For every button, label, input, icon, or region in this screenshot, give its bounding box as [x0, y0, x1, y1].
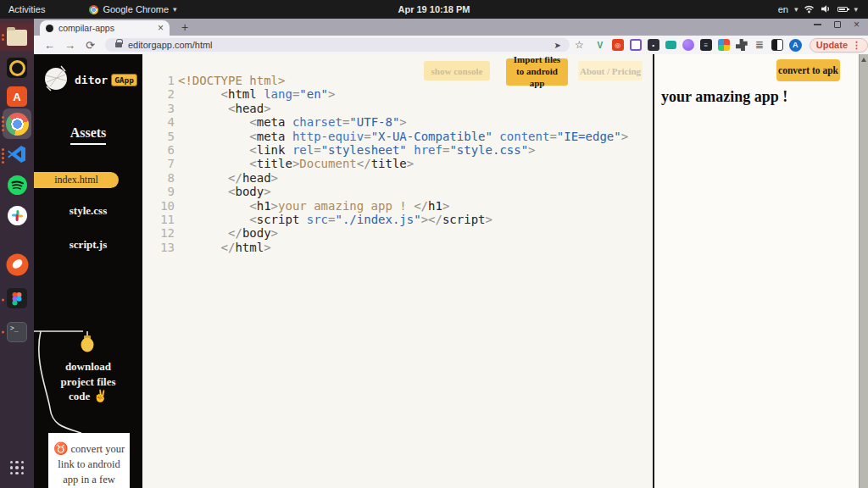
- dock-item-chrome[interactable]: [0, 110, 34, 137]
- clock[interactable]: Apr 19 10:18 PM: [0, 4, 868, 14]
- file-item-script-js[interactable]: script.js: [34, 238, 142, 252]
- extension-icon-purple[interactable]: [682, 39, 694, 51]
- reading-list-icon[interactable]: ≣: [754, 39, 765, 51]
- promo-text: convert your link to android app in a fe…: [58, 443, 125, 488]
- maximize-button[interactable]: [834, 21, 841, 28]
- extension-icon-dark-dot[interactable]: •: [648, 39, 659, 51]
- loop-icon: ♉: [53, 442, 68, 455]
- line-number: 4: [142, 115, 175, 129]
- line-number: 8: [142, 171, 175, 185]
- show-console-button[interactable]: show console: [424, 61, 490, 80]
- download-note[interactable]: downloadproject filescode ✌: [34, 359, 142, 405]
- tab-favicon: [46, 25, 53, 32]
- slack-icon: [7, 205, 28, 230]
- line-number: 5: [142, 130, 175, 143]
- bookmark-star-icon[interactable]: ☆: [575, 39, 584, 51]
- code-line: 7 <title>Document</title>: [142, 157, 653, 170]
- app-grid-icon: [10, 461, 25, 475]
- extension-icon-dark-half[interactable]: [771, 39, 783, 51]
- line-number: 10: [142, 199, 175, 213]
- code-line: 8 </head>: [142, 171, 653, 185]
- ubuntu-dock: A >_: [0, 19, 34, 488]
- promo-box: ♉ convert your link to android app in a …: [48, 433, 130, 488]
- code-editor[interactable]: show console Import files to android app…: [142, 54, 653, 488]
- code-lines[interactable]: 1<!DOCTYPE html>2 <html lang="en">3 <hea…: [142, 74, 653, 254]
- line-number: 6: [142, 143, 175, 157]
- desktop: Activities Google Chrome ▾ Apr 19 10:18 …: [0, 0, 868, 488]
- extension-icon-red[interactable]: ◎: [612, 39, 624, 51]
- extension-icon-vue[interactable]: V: [594, 39, 606, 51]
- line-number: 1: [142, 74, 175, 87]
- dock-item-ubuntu-software[interactable]: A: [0, 83, 34, 110]
- dock-item-slack[interactable]: [0, 203, 34, 230]
- tab-compilar-apps[interactable]: compilar-apps ×: [40, 20, 170, 36]
- back-button[interactable]: ←: [44, 39, 55, 52]
- spotify-icon: [7, 175, 28, 199]
- code-line: 10 <h1>your amazing app ! </h1>: [142, 199, 653, 213]
- page-content: ditor GApp Assets index.html style.css s…: [34, 54, 868, 488]
- code-line: 13 </html>: [142, 241, 653, 254]
- forward-button[interactable]: →: [64, 39, 75, 52]
- code-line: 2 <html lang="en">: [142, 87, 653, 101]
- line-number: 13: [142, 241, 175, 254]
- postman-icon: [6, 253, 29, 280]
- lock-icon[interactable]: [115, 42, 122, 47]
- address-bar[interactable]: editorgapp.com/html ➤: [105, 38, 570, 52]
- dock-item-figma[interactable]: [0, 286, 34, 313]
- dock-item-postman[interactable]: [0, 252, 34, 280]
- line-number: 9: [142, 185, 175, 198]
- code-line: 11 <script src="./index.js"></script>: [142, 213, 653, 226]
- new-tab-button[interactable]: +: [181, 20, 188, 34]
- extension-icon-colorful-grid[interactable]: [718, 39, 730, 51]
- scroll-up-icon[interactable]: [861, 58, 866, 62]
- dock-item-spotify[interactable]: [0, 173, 34, 200]
- file-item-index-html[interactable]: index.html: [34, 172, 119, 188]
- extension-icon-dark-lines[interactable]: ≡: [700, 39, 712, 51]
- kebab-menu-icon[interactable]: ⋮: [852, 40, 861, 51]
- line-number: 2: [142, 87, 175, 101]
- extension-icon-teal[interactable]: [665, 41, 676, 49]
- running-dots: [2, 331, 4, 334]
- files-icon: [7, 30, 27, 46]
- tab-title: compilar-apps: [58, 23, 153, 33]
- victory-hand-icon: ✌: [90, 390, 108, 402]
- running-dots: [2, 34, 4, 41]
- update-label: Update: [816, 40, 848, 50]
- software-store-icon: A: [7, 86, 27, 107]
- line-number: 7: [142, 157, 175, 170]
- speaker-icon: [7, 58, 27, 78]
- send-to-device-icon[interactable]: ➤: [554, 41, 561, 50]
- extensions-strip: V ◎ • ≡ ≣ A: [594, 39, 802, 52]
- update-button[interactable]: Update ⋮: [810, 38, 868, 53]
- dock-item-files[interactable]: [0, 24, 34, 51]
- line-number: 11: [142, 213, 175, 226]
- code-line: 1<!DOCTYPE html>: [142, 74, 653, 87]
- dock-item-rhythmbox[interactable]: [0, 54, 34, 81]
- page-scrollbar[interactable]: [859, 54, 868, 488]
- running-dots: [2, 116, 4, 131]
- code-line: 6 <link rel="stylesheet" href="style.css…: [142, 143, 653, 157]
- extensions-puzzle-icon[interactable]: [736, 39, 748, 51]
- vscode-icon: [7, 144, 27, 168]
- import-files-button[interactable]: Import files to android app: [506, 58, 568, 86]
- terminal-icon: >_: [7, 322, 27, 342]
- convert-to-apk-button[interactable]: convert to apk: [776, 59, 840, 81]
- file-item-style-css[interactable]: style.css: [34, 204, 142, 218]
- logo-badge: GApp: [111, 74, 137, 86]
- line-number: 3: [142, 102, 175, 115]
- battery-icon[interactable]: [837, 7, 848, 12]
- extension-icon-purple-outline[interactable]: [630, 39, 642, 51]
- dock-item-terminal[interactable]: >_: [0, 319, 34, 346]
- close-window-button[interactable]: ×: [854, 21, 860, 28]
- close-tab-icon[interactable]: ×: [158, 22, 164, 34]
- reload-button[interactable]: ⟳: [86, 39, 95, 52]
- about-pricing-button[interactable]: About / Pricing: [578, 61, 643, 80]
- minimize-button[interactable]: [814, 24, 821, 25]
- site-logo[interactable]: ditor GApp: [42, 64, 137, 96]
- show-applications-button[interactable]: [0, 454, 34, 481]
- logo-text: ditor: [75, 74, 108, 86]
- profile-avatar[interactable]: A: [789, 39, 802, 52]
- line-number: 12: [142, 226, 175, 240]
- dock-item-vscode[interactable]: [0, 142, 34, 169]
- running-dots: [2, 148, 4, 164]
